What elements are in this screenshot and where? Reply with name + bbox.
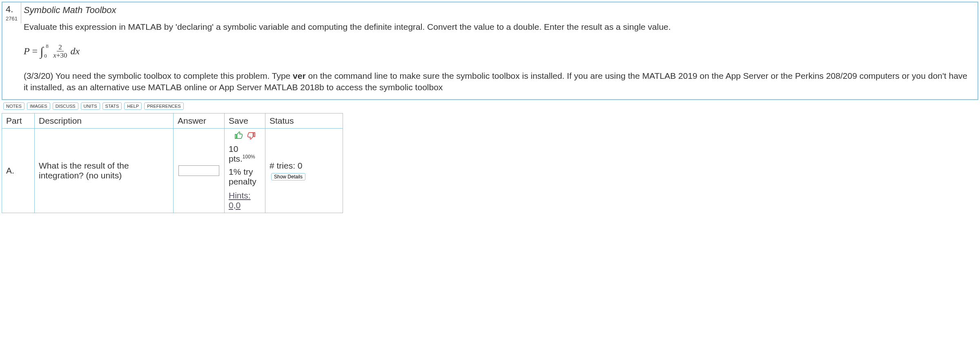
help-button[interactable]: HELP [124,102,142,110]
table-row: A. What is the result of the integration… [2,128,343,213]
show-details-button[interactable]: Show Details [271,173,305,180]
status-cell: # tries: 0 Show Details [265,128,343,213]
toolbar: NOTES IMAGES DISCUSS UNITS STATS HELP PR… [2,100,978,112]
header-answer: Answer [174,113,225,128]
equation-lhs: P [24,46,30,57]
question-header-row: 4. 2761 Symbolic Math Toolbox Evaluate t… [2,2,978,99]
header-save: Save [225,113,265,128]
tries-label: # tries: 0 [270,161,303,170]
question-container: 4. 2761 Symbolic Math Toolbox Evaluate t… [2,2,978,100]
question-number-column: 4. 2761 [2,2,21,23]
equation: P = ∫ 8 0 2 x+30 dx [24,44,973,59]
part-label: A. [2,128,35,213]
images-button[interactable]: IMAGES [27,102,50,110]
notes-button[interactable]: NOTES [3,102,24,110]
header-description: Description [35,113,174,128]
stats-button[interactable]: STATS [102,102,122,110]
fraction-numerator: 2 [57,44,64,51]
question-note: (3/3/20) You need the symbolic toolbox t… [24,70,973,93]
equals-sign: = [32,46,38,57]
fraction-denominator: x+30 [53,51,67,59]
question-prompt: Evaluate this expression in MATLAB by 'd… [24,21,973,32]
question-title: Symbolic Math Toolbox [24,5,973,16]
table-header-row: Part Description Answer Save Status [2,113,343,128]
question-body: Symbolic Math Toolbox Evaluate this expr… [21,2,978,99]
answer-cell [174,128,225,213]
answer-input[interactable] [178,165,219,176]
percent-label: 100% [243,154,255,160]
question-number: 4. [6,4,13,15]
header-status: Status [265,113,343,128]
thumbs-up-icon[interactable] [234,131,243,140]
save-cell: 10 pts.100% 1% try penalty Hints: 0,0 [225,128,265,213]
units-button[interactable]: UNITS [81,102,100,110]
ver-keyword: ver [293,71,306,80]
header-part: Part [2,113,35,128]
integral-lower-limit: 0 [44,53,47,59]
rating-row [229,131,261,140]
thumbs-down-icon[interactable] [247,131,256,140]
answer-table: Part Description Answer Save Status A. W… [2,113,343,213]
penalty-label: 1% try penalty [229,167,261,187]
points-label: 10 pts.100% [229,144,261,164]
dx: dx [71,46,80,57]
hints-link[interactable]: Hints: 0,0 [229,191,261,210]
preferences-button[interactable]: PREFERENCES [144,102,184,110]
part-description: What is the result of the integration? (… [35,128,174,213]
fraction: 2 x+30 [53,44,67,59]
question-id: 2761 [6,16,18,22]
discuss-button[interactable]: DISCUSS [53,102,78,110]
integral-symbol: ∫ 8 0 [40,44,43,58]
integral-upper-limit: 8 [46,43,49,49]
